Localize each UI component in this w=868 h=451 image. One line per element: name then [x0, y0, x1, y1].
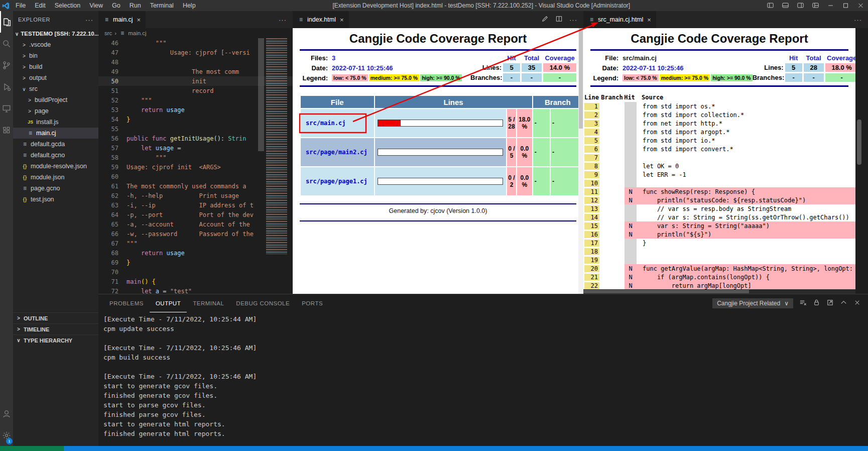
- code-text: """: [127, 40, 166, 47]
- coverage-file-link[interactable]: src/main.cj: [306, 120, 345, 127]
- layout-sidebar-icon[interactable]: [763, 0, 778, 11]
- panel-tab-ports[interactable]: PORTS: [296, 295, 329, 312]
- source-code-text: func getArgValue(argMap: HashMap<String,…: [637, 265, 855, 272]
- code-editor[interactable]: 46 """47 Usage: cjprof [--versi4849 The …: [98, 38, 293, 294]
- search-icon[interactable]: [0, 33, 13, 54]
- tree-item-bin[interactable]: >bin: [13, 50, 98, 61]
- breadcrumb-item[interactable]: main.cj: [128, 30, 146, 36]
- source-line-number: 18: [584, 248, 599, 255]
- explorer-icon[interactable]: [0, 11, 13, 33]
- tree-item-module-json[interactable]: {}module.json: [13, 172, 98, 183]
- source-line: 2from std import collection.*: [583, 110, 855, 119]
- code-text: The most comm: [127, 68, 239, 75]
- menu-run[interactable]: Run: [125, 0, 146, 11]
- tree-item-default-gcda[interactable]: ≡default.gcda: [13, 139, 98, 150]
- menu-selection[interactable]: Selection: [50, 0, 85, 11]
- panel-tab-terminal[interactable]: TERMINAL: [187, 295, 230, 312]
- maximize-icon[interactable]: [838, 0, 853, 11]
- lock-icon[interactable]: [813, 299, 820, 308]
- close-tab-icon[interactable]: ×: [137, 16, 141, 24]
- more-actions-icon[interactable]: ···: [569, 16, 577, 24]
- close-tab-icon[interactable]: ×: [340, 16, 344, 24]
- breadcrumb[interactable]: src›≡main.cj: [98, 28, 293, 38]
- remote-explorer-icon[interactable]: [0, 97, 13, 119]
- tree-item-label: install.js: [36, 119, 58, 126]
- tree-item-src[interactable]: ∨src: [13, 83, 98, 94]
- close-icon[interactable]: [853, 0, 868, 11]
- tab-index-html[interactable]: ≡ index.html ×: [293, 11, 349, 28]
- minimize-icon[interactable]: [823, 0, 838, 11]
- menu-go[interactable]: Go: [107, 0, 125, 11]
- collapse-panel-icon[interactable]: [840, 299, 847, 308]
- sidebar-section-timeline[interactable]: >TIMELINE: [13, 323, 98, 334]
- more-actions-icon[interactable]: ···: [854, 16, 862, 24]
- webview-scrollbar[interactable]: [578, 28, 583, 294]
- menu-file[interactable]: File: [11, 0, 30, 11]
- branch-cell: -: [533, 138, 550, 166]
- customize-layout-icon[interactable]: [808, 0, 823, 11]
- hit-column: [625, 145, 637, 153]
- source-control-icon[interactable]: [0, 54, 13, 76]
- missed-line-band: N return argMap[longOpt]: [625, 281, 855, 290]
- remote-indicator[interactable]: [0, 446, 64, 451]
- split-editor-icon[interactable]: [555, 15, 563, 25]
- tree-item-page[interactable]: >page: [13, 105, 98, 117]
- tab-main-cj[interactable]: ≡ main.cj ×: [98, 11, 146, 28]
- tree-item-main-cj[interactable]: ≡main.cj: [13, 128, 98, 139]
- panel-tab-problems[interactable]: PROBLEMS: [103, 295, 150, 312]
- hit-column: N: [625, 187, 637, 196]
- date-value: 2022-07-11 10:25:46: [332, 64, 470, 72]
- code-line: 67""": [98, 239, 293, 248]
- sidebar-section-type-hierarchy[interactable]: ∨TYPE HIERARCHY: [13, 334, 98, 346]
- settings-badge: 1: [6, 438, 13, 444]
- source-line: 13 // var ss = resp.body as StringStream: [583, 204, 855, 213]
- edit-pencil-icon[interactable]: [541, 15, 549, 25]
- account-icon[interactable]: [0, 403, 13, 424]
- menu-edit[interactable]: Edit: [30, 0, 50, 11]
- minimap[interactable]: [266, 38, 287, 254]
- sidebar-section-outline[interactable]: >OUTLINE: [13, 312, 98, 323]
- tree-item-test-json[interactable]: {}test.json: [13, 194, 98, 205]
- tree-item--vscode[interactable]: >.vscode: [13, 39, 98, 50]
- run-debug-icon[interactable]: [0, 76, 13, 97]
- webview-hscrollbar[interactable]: [583, 289, 855, 294]
- tree-item-default-gcno[interactable]: ≡default.gcno: [13, 150, 98, 161]
- panel-tab-debug-console[interactable]: DEBUG CONSOLE: [230, 295, 296, 312]
- coverage-file-link[interactable]: src/page/page1.cj: [306, 178, 367, 185]
- tree-item-buildproject[interactable]: >buildProject: [13, 94, 98, 105]
- sidebar-more-icon[interactable]: ···: [85, 16, 93, 24]
- code-line: 58 """: [98, 153, 293, 162]
- layout-secondary-sidebar-icon[interactable]: [793, 0, 808, 11]
- tree-item-install-js[interactable]: JSinstall.js: [13, 117, 98, 128]
- output-channel-dropdown[interactable]: Cangjie Project Related ∨: [712, 298, 793, 308]
- breadcrumb-item[interactable]: src: [104, 30, 112, 36]
- tree-item-build[interactable]: >build: [13, 61, 98, 72]
- close-panel-icon[interactable]: [853, 299, 861, 308]
- tree-item-module-resolve-json[interactable]: {}module-resolve.json: [13, 161, 98, 172]
- open-output-in-editor-icon[interactable]: [826, 299, 834, 308]
- editor-scrollbar[interactable]: [258, 38, 264, 151]
- settings-gear-icon[interactable]: 1: [0, 424, 13, 446]
- tree-item-output[interactable]: >output: [13, 72, 98, 83]
- menu-view[interactable]: View: [85, 0, 107, 11]
- hit-column: [625, 239, 637, 247]
- more-actions-icon[interactable]: ···: [279, 16, 287, 24]
- webview-scrollbar[interactable]: [857, 120, 861, 165]
- clear-output-icon[interactable]: [799, 299, 807, 308]
- extensions-icon[interactable]: [0, 119, 13, 141]
- tree-item-page-gcno[interactable]: ≡page.gcno: [13, 183, 98, 194]
- layout-panel-icon[interactable]: [778, 0, 793, 11]
- tab-src-main-cj-html[interactable]: ≡ src_main.cj.html ×: [583, 11, 656, 28]
- output-line: [Execute Time - 7/11/2022, 10:25:46 AM]: [103, 373, 868, 382]
- menu-terminal[interactable]: Terminal: [146, 0, 178, 11]
- panel-tab-output[interactable]: OUTPUT: [150, 295, 187, 312]
- tree-root-testdemo[interactable]: ∨ TESTDEMO [SSH: 7.222.10...: [13, 28, 98, 39]
- source-code-text: from std import argopt.*: [637, 129, 729, 136]
- output-line: start to parse gcov files.: [103, 401, 868, 411]
- source-line: 14 // var s: String = String(ss.getOrThr…: [583, 213, 855, 221]
- menu-help[interactable]: Help: [178, 0, 200, 11]
- line-number: 48: [98, 59, 127, 66]
- close-tab-icon[interactable]: ×: [647, 16, 651, 24]
- source-line-number: 15: [584, 222, 599, 230]
- coverage-file-link[interactable]: src/page/main2.cj: [306, 149, 367, 156]
